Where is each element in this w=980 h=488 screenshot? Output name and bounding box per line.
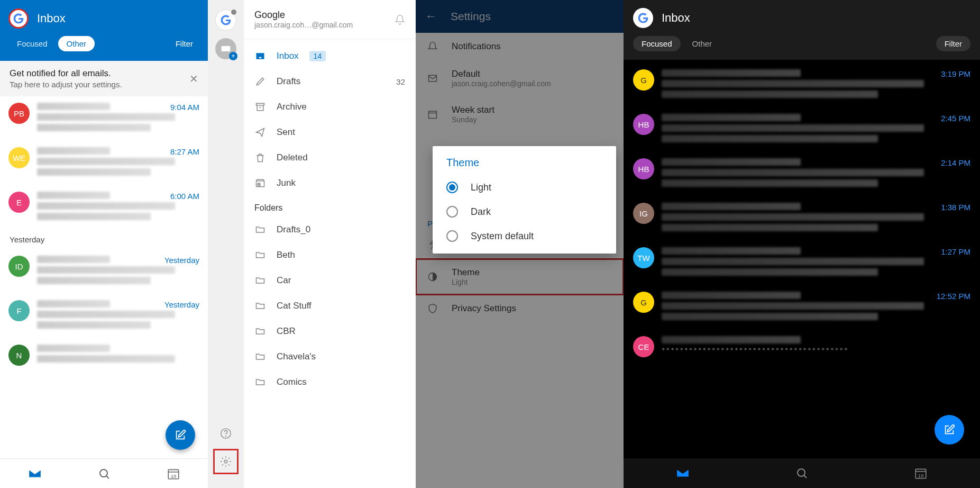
folder-custom[interactable]: CBR bbox=[244, 319, 416, 344]
theme-option-dark[interactable]: Dark bbox=[436, 200, 613, 224]
avatar: G bbox=[633, 69, 654, 91]
radio-icon bbox=[446, 182, 458, 193]
avatar: HB bbox=[633, 114, 654, 135]
folder-icon bbox=[254, 224, 266, 235]
folder-inbox[interactable]: Inbox 14 bbox=[244, 43, 416, 69]
list-item[interactable]: HB2:45 PM bbox=[624, 107, 980, 152]
account-strip: + bbox=[208, 0, 244, 488]
notification-button[interactable] bbox=[395, 14, 405, 25]
avatar: TW bbox=[633, 247, 654, 268]
folder-drafts[interactable]: Drafts 32 bbox=[244, 69, 416, 94]
avatar: IG bbox=[633, 203, 654, 224]
theme-option-system[interactable]: System default bbox=[436, 224, 613, 248]
plus-icon: + bbox=[229, 52, 237, 60]
folder-custom[interactable]: Chavela's bbox=[244, 344, 416, 369]
compose-fab[interactable] bbox=[935, 415, 964, 445]
folder-custom[interactable]: Cat Stuff bbox=[244, 293, 416, 319]
mail-icon bbox=[221, 43, 231, 54]
tab-other[interactable]: Other bbox=[58, 36, 95, 51]
folder-custom[interactable]: Drafts_0 bbox=[244, 217, 416, 242]
list-item[interactable]: IG1:38 PM bbox=[624, 196, 980, 241]
close-icon[interactable]: ✕ bbox=[189, 73, 198, 85]
profile-avatar[interactable] bbox=[633, 8, 653, 28]
folder-icon bbox=[254, 351, 266, 362]
folder-custom[interactable]: Comics bbox=[244, 369, 416, 395]
settings-button[interactable] bbox=[213, 449, 239, 474]
folder-custom[interactable]: Car bbox=[244, 268, 416, 293]
mail-icon bbox=[28, 467, 42, 481]
bell-icon bbox=[395, 14, 405, 25]
tabs-dark: Focused Other Filter bbox=[633, 31, 970, 58]
list-item[interactable]: CE**************************************… bbox=[624, 330, 980, 364]
page-title: Inbox bbox=[662, 11, 690, 25]
list-item[interactable]: PB9:04 AM bbox=[0, 96, 208, 141]
drafts-icon bbox=[254, 76, 266, 87]
nav-search[interactable] bbox=[69, 459, 139, 488]
list-item[interactable]: G3:19 PM bbox=[624, 63, 980, 107]
list-item[interactable]: N bbox=[0, 338, 208, 372]
folder-icon bbox=[254, 326, 266, 337]
section-yesterday: Yesterday bbox=[0, 230, 208, 249]
add-account-button[interactable]: + bbox=[215, 38, 236, 59]
account-email: jason.craig.coh…@gmail.com bbox=[254, 21, 387, 29]
google-logo-icon bbox=[637, 12, 649, 24]
help-button[interactable] bbox=[220, 428, 232, 439]
folder-junk[interactable]: Junk bbox=[244, 170, 416, 196]
inbox-header-dark: Inbox Focused Other Filter bbox=[624, 0, 980, 60]
folder-custom[interactable]: Beth bbox=[244, 242, 416, 268]
list-item[interactable]: E6:00 AM bbox=[0, 185, 208, 230]
status-dot-icon bbox=[231, 10, 236, 15]
google-logo-icon bbox=[12, 12, 25, 25]
list-item[interactable]: HB2:14 PM bbox=[624, 152, 980, 196]
inbox-header: Inbox Focused Other Filter bbox=[0, 0, 208, 61]
folder-archive[interactable]: Archive bbox=[244, 94, 416, 120]
bottom-nav: 18 bbox=[0, 458, 208, 488]
help-icon bbox=[220, 428, 232, 439]
sent-icon bbox=[254, 127, 266, 138]
tabs: Focused Other Filter bbox=[8, 32, 199, 56]
avatar: ID bbox=[8, 256, 30, 277]
compose-fab[interactable] bbox=[166, 420, 195, 450]
trash-icon bbox=[254, 152, 266, 163]
list-item[interactable]: WE8:27 AM bbox=[0, 141, 208, 185]
google-logo-icon bbox=[219, 14, 232, 26]
panel-drawer: + Google jason.craig.coh…@gmail.com Inbo… bbox=[208, 0, 416, 488]
archive-icon bbox=[254, 102, 266, 112]
filter-button[interactable]: Filter bbox=[169, 36, 199, 51]
list-item[interactable]: G12:52 PM bbox=[624, 285, 980, 330]
theme-dialog: Theme Light Dark System default bbox=[433, 146, 616, 254]
list-item[interactable]: TW1:27 PM bbox=[624, 241, 980, 285]
account-avatar-google[interactable] bbox=[215, 10, 236, 31]
tab-other[interactable]: Other bbox=[684, 36, 721, 51]
search-icon bbox=[795, 467, 808, 480]
nav-mail[interactable] bbox=[0, 459, 69, 488]
svg-text:18: 18 bbox=[918, 473, 923, 478]
theme-option-light[interactable]: Light bbox=[436, 175, 613, 200]
nav-calendar[interactable]: 18 bbox=[861, 458, 980, 488]
tab-focused[interactable]: Focused bbox=[633, 36, 681, 51]
list-item[interactable]: IDYesterday bbox=[0, 249, 208, 294]
avatar: WE bbox=[8, 147, 30, 168]
email-list: PB9:04 AM WE8:27 AM E6:00 AM Yesterday I… bbox=[0, 96, 208, 458]
list-item[interactable]: FYesterday bbox=[0, 294, 208, 338]
avatar: CE bbox=[633, 336, 654, 357]
filter-button[interactable]: Filter bbox=[936, 36, 970, 51]
junk-icon bbox=[254, 178, 266, 188]
account-name: Google bbox=[254, 10, 387, 21]
svg-point-5 bbox=[224, 460, 227, 463]
folder-sent[interactable]: Sent bbox=[244, 120, 416, 145]
nav-mail[interactable] bbox=[624, 458, 743, 488]
account-header[interactable]: Google jason.craig.coh…@gmail.com bbox=[244, 0, 416, 39]
nav-search[interactable] bbox=[743, 458, 862, 488]
page-title: Inbox bbox=[37, 12, 66, 25]
panel-settings: ← Settings Notifications Defaultjason.cr… bbox=[416, 0, 624, 488]
nav-calendar[interactable]: 18 bbox=[139, 459, 208, 488]
profile-avatar[interactable] bbox=[8, 8, 29, 29]
folder-deleted[interactable]: Deleted bbox=[244, 145, 416, 170]
tab-focused[interactable]: Focused bbox=[8, 36, 56, 51]
svg-text:18: 18 bbox=[170, 473, 176, 478]
redacted-line: ****************************************… bbox=[662, 347, 970, 354]
unread-badge: 14 bbox=[309, 51, 326, 61]
folders-section-label: Folders bbox=[244, 196, 416, 217]
notification-banner[interactable]: Get notified for all emails. Tap here to… bbox=[0, 61, 208, 96]
